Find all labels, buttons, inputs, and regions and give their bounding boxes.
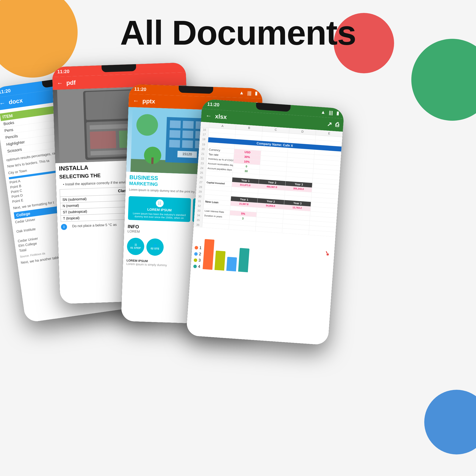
svg-rect-17 [170, 130, 180, 138]
pptx-status-icons: ▲ ||| ▮ [239, 90, 258, 96]
bar-3 [226, 257, 237, 272]
legend-label-2: 2 [199, 252, 201, 256]
xlsx-status-icons: ▲ ||| ▮ [321, 109, 339, 116]
status-time-pdf: 11:20 [57, 68, 69, 75]
legend-item-4: 4 [193, 264, 200, 269]
share-icon-xlsx[interactable]: ↗ [327, 120, 332, 128]
bar-1 [203, 239, 215, 270]
svg-rect-28 [151, 157, 154, 164]
back-button-docx[interactable]: ← [0, 99, 6, 107]
phone-xlsx: 11:20 ▲ ||| ▮ ← xlsx ↗ ⎙ A B C D [186, 99, 344, 345]
step-icon-1: ☷ 01 STEP [127, 237, 145, 255]
phone-notch-pdf [102, 64, 136, 72]
file-type-docx: docx [8, 97, 23, 106]
pptx-card-1: ☷ LOREM IPSUM Lorem ipsum has been the i… [128, 196, 191, 222]
wifi-icon-xlsx: ▲ [321, 109, 326, 115]
signal-icon: ||| [247, 90, 251, 96]
svg-rect-18 [182, 130, 193, 138]
legend-label-4: 4 [198, 264, 200, 269]
chart-bars: ↘ [203, 239, 332, 278]
card-icon-1: ☷ [156, 199, 164, 207]
svg-rect-21 [169, 140, 180, 148]
svg-rect-22 [182, 140, 193, 148]
svg-rect-7 [90, 131, 116, 149]
xlsx-spreadsheet: A B C D E 16 17 [194, 122, 343, 237]
legend-item-2: 2 [194, 251, 201, 256]
legend-dot-1 [194, 246, 198, 249]
file-type-xlsx: xlsx [215, 113, 227, 120]
back-button-xlsx[interactable]: ← [205, 112, 212, 119]
svg-rect-13 [170, 120, 181, 128]
wifi-icon: ▲ [239, 90, 244, 96]
print-icon-xlsx[interactable]: ⎙ [335, 121, 339, 129]
bar-2 [215, 251, 225, 271]
legend-item-3: 3 [194, 258, 201, 263]
legend-label-1: 1 [199, 246, 202, 250]
legend-dot-3 [194, 258, 197, 262]
phone-notch-pptx [178, 86, 213, 94]
chart-legend: 1 2 3 4 [193, 245, 202, 269]
status-time-docx: 11:20 [0, 88, 11, 95]
step-label-1: 01 STEP [130, 246, 141, 250]
svg-rect-14 [183, 121, 194, 129]
step-icon-2: 🌐 02 STE [146, 238, 164, 256]
decorative-circle-blue [424, 390, 476, 454]
battery-icon: ▮ [255, 91, 258, 96]
back-button-pdf[interactable]: ← [57, 80, 63, 87]
step-icon-symbol-1: ☷ [135, 243, 137, 246]
status-time-xlsx: 11:20 [207, 101, 220, 108]
svg-text:15120: 15120 [182, 152, 192, 156]
info-icon: i [61, 224, 67, 230]
card-text-1: Lorem ipsum has been the industry's stan… [130, 212, 188, 220]
page-title: All Documents [0, 13, 476, 53]
battery-icon-xlsx: ▮ [336, 110, 339, 116]
col-header-num [201, 122, 209, 128]
legend-dot-4 [193, 265, 197, 268]
file-type-pdf: pdf [66, 79, 76, 86]
legend-dot-2 [194, 252, 198, 256]
chart-arrow: ↘ [323, 249, 330, 258]
file-type-pptx: pptx [142, 98, 155, 105]
signal-icon-xlsx: ||| [329, 110, 333, 116]
bar-4 [238, 248, 250, 272]
step-icon-symbol-2: 🌐 [153, 244, 157, 247]
step-label-2: 02 STE [151, 247, 159, 250]
status-time-pptx: 11:20 [134, 86, 146, 92]
legend-label-3: 3 [198, 258, 201, 263]
back-button-pptx[interactable]: ← [133, 97, 139, 104]
legend-item-1: 1 [194, 245, 202, 250]
xlsx-header-icons: ↗ ⎙ [327, 120, 339, 129]
pdf-bullet2: Do not place a below 5 °C as [68, 222, 117, 229]
